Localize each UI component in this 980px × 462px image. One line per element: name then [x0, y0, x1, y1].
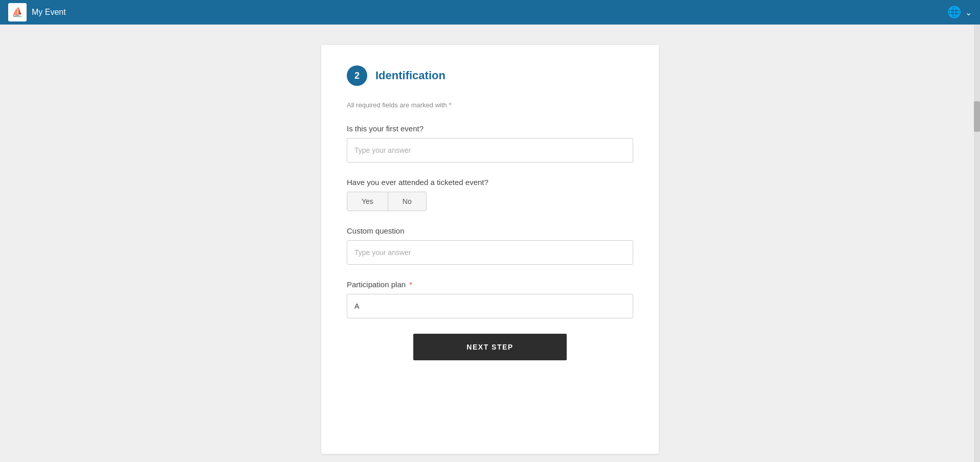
question-custom-label: Custom question: [347, 226, 633, 235]
question-custom-input[interactable]: [347, 240, 633, 265]
app-title: My Event: [32, 8, 66, 17]
globe-icon[interactable]: 🌐: [947, 6, 961, 19]
no-button[interactable]: No: [388, 192, 426, 211]
app-header: ⛵ My Event 🌐 ⌄: [0, 0, 980, 25]
step-header: 2 Identification: [347, 65, 633, 86]
page-wrapper: 2 Identification All required fields are…: [0, 25, 980, 462]
chevron-down-icon[interactable]: ⌄: [965, 8, 972, 17]
required-fields-note: All required fields are marked with *: [347, 101, 633, 109]
header-right: 🌐 ⌄: [947, 6, 972, 19]
question-participation-plan-label: Participation plan *: [347, 280, 633, 289]
required-star: *: [407, 280, 412, 289]
participation-plan-input[interactable]: [347, 294, 633, 318]
scrollbar-thumb[interactable]: [974, 101, 980, 132]
question-participation-plan: Participation plan *: [347, 280, 633, 318]
yes-button[interactable]: Yes: [347, 192, 388, 211]
yes-no-toggle: Yes No: [347, 192, 427, 211]
step-number: 2: [347, 65, 367, 86]
question-first-event: Is this your first event?: [347, 124, 633, 163]
logo-icon: ⛵: [12, 7, 23, 18]
question-custom: Custom question: [347, 226, 633, 265]
header-left: ⛵ My Event: [8, 3, 66, 21]
question-attended-ticketed-label: Have you ever attended a ticketed event?: [347, 178, 633, 187]
next-step-button[interactable]: NEXT STEP: [413, 334, 567, 360]
content-card: 2 Identification All required fields are…: [321, 45, 659, 454]
step-title: Identification: [375, 69, 446, 82]
app-logo: ⛵: [8, 3, 27, 21]
scrollbar-track[interactable]: [974, 25, 980, 462]
question-first-event-input[interactable]: [347, 138, 633, 163]
question-attended-ticketed: Have you ever attended a ticketed event?…: [347, 178, 633, 211]
question-first-event-label: Is this your first event?: [347, 124, 633, 133]
